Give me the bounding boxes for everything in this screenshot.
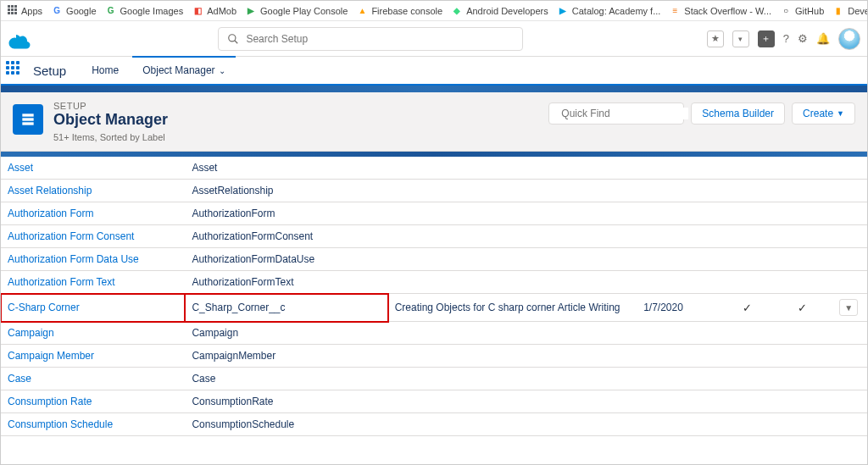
table-row: Consumption ScheduleConsumptionSchedule: [1, 413, 867, 436]
object-table-scroll[interactable]: AssetAssetAsset RelationshipAssetRelatio…: [1, 157, 867, 438]
object-label-link[interactable]: C-Sharp Corner: [8, 302, 80, 313]
bookmark-item[interactable]: ◆Android Developers: [451, 5, 548, 17]
object-api-name: AuthorizationForm: [192, 208, 275, 219]
bookmark-favicon-icon: ≡: [669, 5, 681, 17]
add-icon[interactable]: ＋: [758, 30, 775, 47]
table-row: Campaign MemberCampaignMember: [1, 345, 867, 368]
object-label-link[interactable]: Campaign: [8, 327, 54, 339]
bookmark-label: Stack Overflow - W...: [684, 6, 771, 16]
table-row: AssetAsset: [1, 157, 867, 180]
object-label-link[interactable]: Consumption Rate: [8, 396, 92, 407]
setup-gear-icon[interactable]: ⚙: [798, 32, 808, 45]
bookmark-label: Google Images: [120, 6, 184, 16]
table-row: Authorization Form ConsentAuthorizationF…: [1, 225, 867, 248]
bookmark-label: Developer: [848, 6, 868, 16]
svg-rect-4: [22, 122, 33, 125]
table-row: Authorization Form Data UseAuthorization…: [1, 248, 867, 271]
object-api-name: AuthorizationFormDataUse: [192, 253, 314, 265]
table-row: Authorization FormAuthorizationForm: [1, 202, 867, 225]
object-api-name: C_Sharp_Corner__c: [192, 302, 285, 313]
quick-find[interactable]: [548, 102, 684, 125]
svg-rect-3: [22, 118, 33, 120]
bookmark-item[interactable]: GGoogle: [51, 5, 96, 17]
nav-home[interactable]: Home: [81, 58, 129, 83]
bookmark-item[interactable]: GGoogle Images: [105, 5, 184, 17]
nav-object-manager-label: Object Manager: [142, 64, 214, 76]
object-date: 1/7/2020: [643, 302, 683, 313]
bookmark-favicon-icon: ▶: [557, 5, 569, 17]
table-row: C-Sharp CornerC_Sharp_Corner__cCreating …: [1, 294, 867, 322]
object-table: AssetAssetAsset RelationshipAssetRelatio…: [1, 157, 867, 438]
bookmark-label: GitHub: [795, 6, 824, 16]
page-super-title: SETUP: [53, 101, 168, 111]
object-label-link[interactable]: Campaign Member: [8, 350, 94, 362]
object-label-link[interactable]: Authorization Form Data Use: [8, 253, 139, 265]
row-actions-button[interactable]: ▼: [839, 299, 858, 316]
bookmark-label: Google Play Console: [260, 6, 348, 16]
object-label-link[interactable]: Asset: [8, 162, 33, 174]
table-row: CampaignCampaign: [1, 322, 867, 345]
object-api-name: ConsumptionSchedule: [192, 418, 294, 430]
bookmark-favicon-icon: ○: [780, 5, 792, 17]
object-api-name: Asset: [192, 162, 217, 174]
check-icon: ✓: [743, 302, 752, 314]
table-row: Consumption RateConsumptionRate: [1, 390, 867, 413]
page-title: Object Manager: [53, 111, 168, 129]
bookmark-favicon-icon: ▶: [245, 5, 257, 17]
favorites-menu-icon[interactable]: ▾: [732, 30, 749, 47]
object-api-name: Case: [192, 373, 215, 385]
apps-grid-icon: [6, 5, 18, 17]
table-row: Authorization Form TextAuthorizationForm…: [1, 271, 867, 294]
object-label-link[interactable]: Asset Relationship: [8, 185, 92, 197]
bookmark-item[interactable]: ▮Developer: [832, 5, 868, 17]
global-search-input[interactable]: [246, 33, 514, 45]
bookmark-favicon-icon: G: [51, 5, 63, 17]
bookmark-label: Catalog: Academy f...: [572, 6, 661, 16]
object-label-link[interactable]: Authorization Form: [8, 208, 93, 219]
bookmark-item[interactable]: ≡Stack Overflow - W...: [669, 5, 771, 17]
bookmark-favicon-icon: G: [105, 5, 117, 17]
schema-builder-button[interactable]: Schema Builder: [691, 102, 785, 125]
page-header: SETUP Object Manager 51+ Items, Sorted b…: [1, 92, 867, 152]
create-button-label: Create: [803, 108, 833, 119]
object-api-name: AssetRelationship: [192, 185, 273, 197]
bookmark-label: Android Developers: [466, 6, 548, 16]
bookmark-item[interactable]: ▶Google Play Console: [245, 5, 348, 17]
table-row: ContactContact: [1, 436, 867, 439]
bookmark-favicon-icon: ◧: [192, 5, 203, 17]
bookmark-favicon-icon: ▮: [832, 5, 844, 17]
bookmark-item[interactable]: ▶Catalog: Academy f...: [557, 5, 661, 17]
object-manager-icon: [13, 104, 43, 135]
bookmark-favicon-icon: ◆: [451, 5, 463, 17]
bookmark-item[interactable]: Apps: [6, 5, 42, 17]
help-icon[interactable]: ?: [783, 32, 789, 45]
svg-point-0: [229, 34, 236, 41]
object-api-name: ConsumptionRate: [192, 396, 273, 407]
avatar[interactable]: [838, 28, 860, 50]
bookmark-label: Apps: [21, 6, 42, 16]
bookmark-label: AdMob: [207, 6, 236, 16]
bookmark-item[interactable]: ○GitHub: [780, 5, 824, 17]
app-launcher-icon[interactable]: [6, 61, 25, 80]
object-label-link[interactable]: Authorization Form Text: [8, 276, 115, 288]
global-search[interactable]: [218, 27, 523, 51]
bookmark-label: Google: [66, 6, 96, 16]
create-button[interactable]: Create ▼: [792, 102, 855, 125]
quick-find-input[interactable]: [561, 108, 688, 119]
chevron-down-icon: ▼: [837, 109, 844, 118]
object-api-name: Campaign: [192, 327, 238, 339]
object-label-link[interactable]: Consumption Schedule: [8, 418, 113, 430]
object-api-name: AuthorizationFormConsent: [192, 230, 313, 242]
favorites-icon[interactable]: ★: [707, 30, 724, 47]
object-description: Creating Objects for C sharp corner Arti…: [395, 302, 620, 313]
object-label-link[interactable]: Authorization Form Consent: [8, 230, 134, 242]
bookmark-item[interactable]: ◧AdMob: [192, 5, 236, 17]
bookmark-item[interactable]: ▲Firebase console: [356, 5, 442, 17]
search-icon: [227, 33, 239, 45]
notifications-icon[interactable]: 🔔: [816, 32, 830, 45]
nav-object-manager[interactable]: Object Manager ⌄: [132, 56, 235, 83]
object-label-link[interactable]: Case: [8, 373, 31, 385]
page-subtitle: 51+ Items, Sorted by Label: [53, 132, 168, 142]
context-nav: Setup Home Object Manager ⌄: [1, 57, 867, 86]
bookmarks-bar: AppsGGoogleGGoogle Images◧AdMob▶Google P…: [1, 1, 867, 21]
